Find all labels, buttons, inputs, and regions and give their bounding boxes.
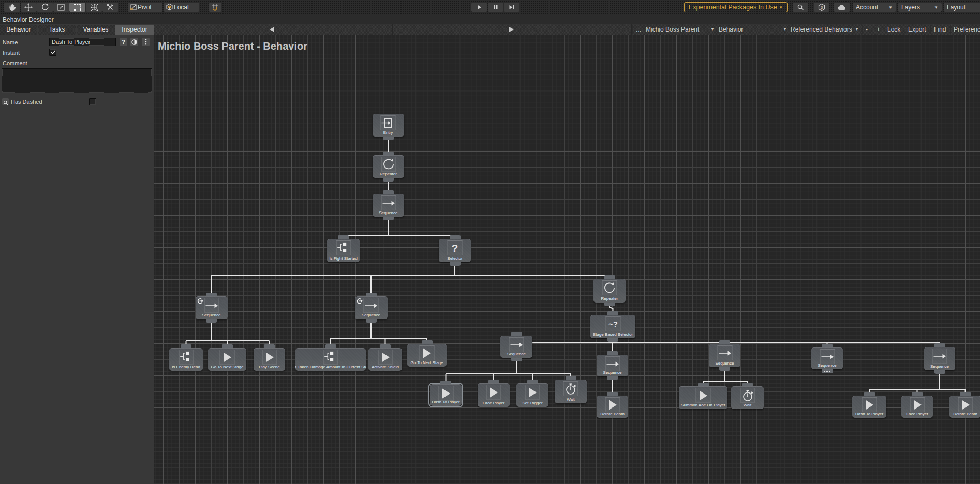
svg-text:?: ? [452,242,458,254]
svg-text:p: p [821,5,823,10]
svg-text:~?: ~? [608,320,618,328]
